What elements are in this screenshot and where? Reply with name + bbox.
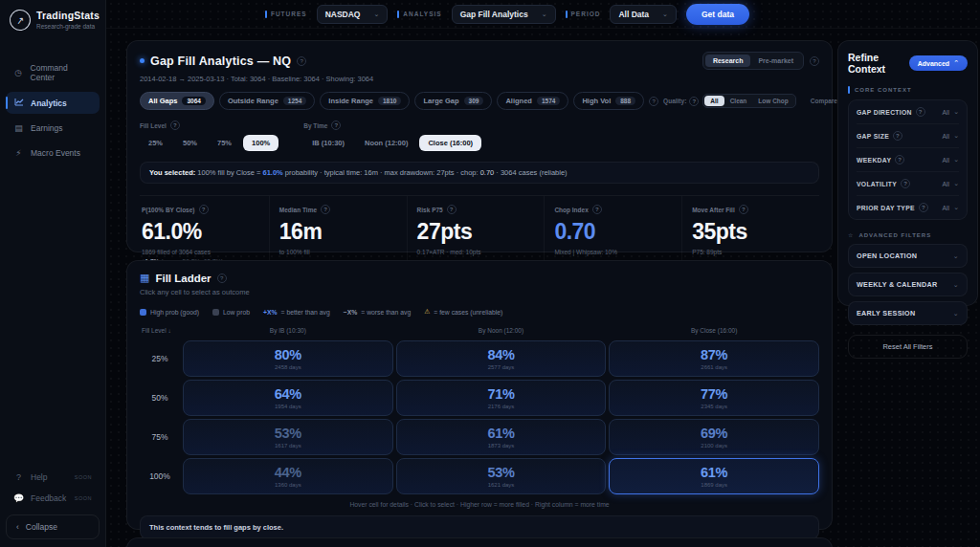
- chip-label: High Vol: [582, 97, 611, 105]
- filter-help-icon[interactable]: ?: [895, 155, 904, 164]
- filter-help-icon[interactable]: ?: [893, 131, 902, 141]
- stat-value: 61.0%: [142, 219, 259, 245]
- cell-days: 1954 days: [275, 404, 301, 409]
- chip-inside-range[interactable]: Inside Range 1810: [320, 92, 410, 110]
- filter-gap-direction[interactable]: GAP DIRECTION? All⌄: [857, 100, 959, 124]
- gap-fill-analytics-card: Gap Fill Analytics — NQ ? Research Pre-m…: [126, 40, 833, 252]
- filter-prior-day-type[interactable]: PRIOR DAY TYPE? All⌄: [857, 196, 959, 219]
- quality-clean[interactable]: Clean: [724, 96, 753, 106]
- period-select[interactable]: All Data ⌄: [610, 5, 677, 24]
- ladder-cell-50-close[interactable]: 77%2345 days: [609, 380, 819, 416]
- ladder-cell-50-noon[interactable]: 71%2176 days: [396, 380, 607, 416]
- fill-ladder-title: Fill Ladder: [155, 273, 211, 284]
- ladder-cell-25-noon[interactable]: 84%2577 days: [396, 340, 607, 377]
- ladder-cell-75-noon[interactable]: 61%1873 days: [396, 419, 607, 455]
- filter-early-session[interactable]: EARLY SESSION ⌄: [848, 301, 968, 325]
- core-context-card: GAP DIRECTION? All⌄ GAP SIZE? All⌄ WEEKD…: [848, 99, 968, 220]
- ladder-cell-100-noon[interactable]: 53%1621 days: [396, 458, 607, 494]
- title-help-icon[interactable]: ?: [297, 56, 306, 66]
- stat-help-icon[interactable]: ?: [321, 205, 330, 214]
- chip-outside-range[interactable]: Outside Range 1254: [219, 92, 315, 110]
- fill-level-help-icon[interactable]: ?: [170, 120, 180, 130]
- chip-aligned[interactable]: Aligned 1574: [497, 92, 568, 110]
- ladder-subtitle: Click any cell to select as outcome: [140, 288, 819, 296]
- fill-level-25[interactable]: 25%: [140, 135, 171, 151]
- fill-level-100[interactable]: 100%: [243, 135, 278, 151]
- sidebar-item-earnings[interactable]: ▤ Earnings: [6, 118, 100, 139]
- filter-value: All: [943, 109, 950, 116]
- stat-help-icon[interactable]: ?: [592, 205, 602, 214]
- chip-all-gaps[interactable]: All Gaps 3064: [140, 92, 214, 110]
- chips-help-icon[interactable]: ?: [649, 97, 658, 106]
- futures-select[interactable]: NASDAQ ⌄: [317, 5, 389, 24]
- legend-label: High prob (good): [150, 309, 199, 316]
- ladder-cell-50-ib[interactable]: 64%1954 days: [183, 380, 393, 416]
- time-ib[interactable]: IB (10:30): [303, 135, 353, 151]
- filter-weekly-calendar[interactable]: WEEKLY & CALENDAR ⌄: [848, 273, 968, 296]
- by-time-help-icon[interactable]: ?: [331, 120, 341, 130]
- ladder-cell-25-ib[interactable]: 80%2458 days: [183, 340, 393, 377]
- sidebar-item-feedback[interactable]: 💬 Feedback SOON: [6, 488, 100, 509]
- ladder-legend: High prob (good) Low prob +X%= better th…: [140, 308, 819, 316]
- sidebar-item-macro-events[interactable]: ⚡ Macro Events: [6, 142, 100, 164]
- reset-all-filters-button[interactable]: Reset All Filters: [848, 335, 968, 359]
- mode-research[interactable]: Research: [705, 55, 751, 67]
- soon-badge: SOON: [75, 495, 92, 501]
- ladder-cell-100-close-selected[interactable]: 61%1869 days: [609, 458, 819, 494]
- get-data-button[interactable]: Get data: [686, 4, 749, 25]
- mode-help-icon[interactable]: ?: [810, 56, 819, 66]
- filter-weekday[interactable]: WEEKDAY? All⌄: [857, 148, 959, 172]
- chevron-left-icon: ‹: [16, 522, 19, 532]
- time-close[interactable]: Close (16:00): [419, 135, 481, 151]
- ladder-cell-100-ib[interactable]: 44%1360 days: [183, 458, 393, 494]
- legend-label: = worse than avg: [361, 309, 411, 316]
- stat-help-icon[interactable]: ?: [739, 205, 748, 214]
- filter-gap-size[interactable]: GAP SIZE? All⌄: [857, 124, 959, 148]
- selection-probability: 61.0%: [262, 168, 282, 177]
- filter-open-location[interactable]: OPEN LOCATION ⌄: [848, 244, 968, 268]
- quality-help-icon[interactable]: ?: [689, 97, 699, 106]
- core-context-section: CORE CONTEXT: [848, 86, 968, 94]
- cell-value: 69%: [701, 426, 727, 441]
- legend-label: = better than avg: [281, 309, 330, 316]
- fill-level-50[interactable]: 50%: [174, 135, 206, 151]
- sidebar-item-command-center[interactable]: ◷ Command Center: [6, 57, 100, 88]
- stat-help-icon[interactable]: ?: [199, 205, 209, 214]
- sidebar: ↗ TradingStats Research-grade data ◷ Com…: [0, 0, 106, 547]
- ladder-cell-25-close[interactable]: 87%2661 days: [609, 340, 819, 377]
- collapse-sidebar-button[interactable]: ‹ Collapse: [6, 514, 100, 539]
- logo-icon: ↗: [9, 9, 33, 33]
- ladder-cell-75-ib[interactable]: 53%1617 days: [183, 419, 393, 455]
- mode-premarket[interactable]: Pre-market: [750, 55, 801, 67]
- analysis-select[interactable]: Gap Fill Analytics ⌄: [452, 5, 556, 24]
- sidebar-item-analytics[interactable]: Analytics: [6, 92, 100, 114]
- fill-level-75[interactable]: 75%: [209, 135, 240, 151]
- selection-chop: 0.70: [480, 168, 495, 177]
- quality-low-chop[interactable]: Low Chop: [752, 96, 793, 106]
- filter-volatility[interactable]: VOLATILITY? All⌄: [857, 172, 959, 196]
- filter-help-icon[interactable]: ?: [901, 179, 910, 188]
- filter-help-icon[interactable]: ?: [919, 203, 928, 212]
- ladder-cell-75-close[interactable]: 69%2100 days: [609, 419, 819, 455]
- chip-high-vol[interactable]: High Vol 888: [573, 92, 644, 110]
- quality-segmented: All Clean Low Chop: [702, 94, 795, 108]
- filter-label: OPEN LOCATION: [857, 252, 917, 260]
- filter-label: VOLATILITY: [857, 181, 897, 187]
- selection-prefix: You selected:: [149, 168, 195, 177]
- mode-toggle: Research Pre-market: [702, 52, 804, 70]
- chip-large-gap[interactable]: Large Gap 309: [414, 92, 492, 110]
- sidebar-item-help[interactable]: ? Help SOON: [6, 467, 100, 488]
- low-prob-swatch: [212, 309, 219, 316]
- advanced-toggle-button[interactable]: Advanced⌃: [909, 55, 968, 71]
- chevron-down-icon: ⌄: [953, 108, 959, 116]
- cell-days: 2345 days: [701, 404, 727, 409]
- time-noon[interactable]: Noon (12:00): [356, 135, 416, 151]
- quality-all[interactable]: All: [704, 96, 724, 106]
- ladder-help-icon[interactable]: ?: [217, 274, 227, 283]
- stat-help-icon[interactable]: ?: [447, 205, 457, 214]
- filter-help-icon[interactable]: ?: [916, 107, 925, 117]
- stat-sub: 0.17×ATR · med: 10pts: [417, 249, 535, 255]
- compare-label: Compare:: [811, 98, 839, 104]
- calendar-icon: ▤: [13, 123, 24, 133]
- next-section-card-edge: [126, 537, 833, 547]
